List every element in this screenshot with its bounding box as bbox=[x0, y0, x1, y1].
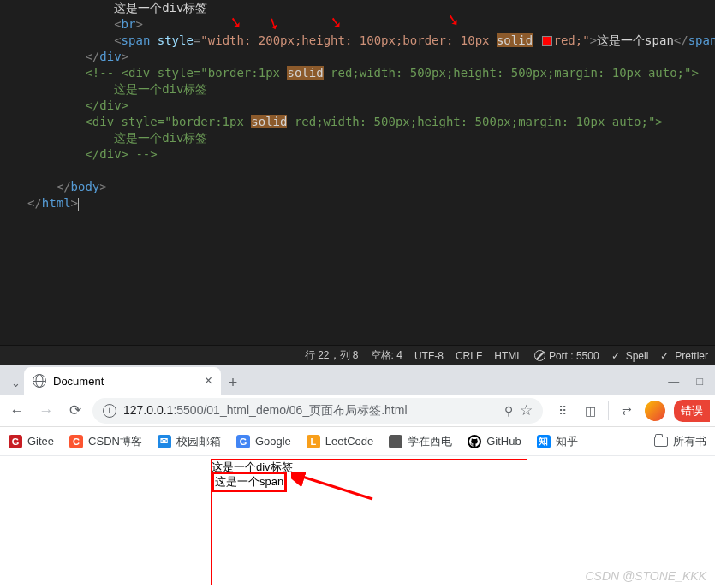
chevron-down-icon[interactable]: ⌄ bbox=[7, 371, 24, 395]
status-spell[interactable]: Spell bbox=[611, 350, 649, 362]
bookmark-item[interactable]: GGoogle bbox=[236, 435, 291, 448]
new-tab-button[interactable]: + bbox=[221, 371, 245, 395]
browser-tab[interactable]: Document × bbox=[24, 367, 221, 395]
reload-button[interactable]: ⟳ bbox=[63, 399, 87, 423]
demo-div-text: 这是一个div标签 bbox=[212, 460, 527, 472]
bookmark-star-icon[interactable]: ☆ bbox=[520, 401, 533, 419]
extension-icon[interactable]: ⇄ bbox=[617, 401, 636, 420]
code-editor[interactable]: 这是一个div标签 <br> <span style="width: 200px… bbox=[0, 0, 715, 345]
bookmarks-bar: GGiteeCCSDN博客✉校园邮箱GGoogleLLeetCode学在西电Gi… bbox=[0, 427, 715, 456]
bookmark-label: 学在西电 bbox=[408, 434, 452, 449]
bookmark-label: Gitee bbox=[27, 435, 54, 448]
status-language[interactable]: HTML bbox=[494, 350, 522, 362]
extension-icon[interactable]: ◫ bbox=[581, 401, 599, 420]
bookmark-favicon: C bbox=[69, 435, 83, 448]
bookmark-item[interactable]: LLeetCode bbox=[307, 435, 373, 448]
bookmark-favicon: G bbox=[236, 435, 250, 448]
divider bbox=[608, 401, 609, 420]
status-eol[interactable]: CRLF bbox=[456, 350, 482, 362]
bookmark-label: GitHub bbox=[486, 435, 521, 448]
code-area[interactable]: 这是一个div标签 <br> <span style="width: 200px… bbox=[27, 0, 715, 211]
status-prettier[interactable]: Prettier bbox=[660, 350, 708, 362]
tab-bar: ⌄ Document × + — □ bbox=[0, 365, 715, 395]
status-bar: 行 22，列 8 空格: 4 UTF-8 CRLF HTML Port : 55… bbox=[0, 345, 715, 365]
folder-icon bbox=[654, 437, 668, 447]
window-controls: — □ bbox=[668, 375, 715, 395]
back-button[interactable]: ← bbox=[5, 399, 29, 423]
bookmark-favicon: ✉ bbox=[158, 435, 171, 448]
all-bookmarks-label: 所有书 bbox=[673, 434, 706, 449]
bookmark-label: 知乎 bbox=[556, 434, 578, 449]
status-line-col[interactable]: 行 22，列 8 bbox=[305, 348, 359, 363]
bookmark-label: 校园邮箱 bbox=[176, 434, 221, 449]
all-bookmarks-button[interactable]: 所有书 bbox=[654, 434, 706, 449]
annotation-arrow-large bbox=[291, 472, 377, 506]
no-icon bbox=[534, 350, 545, 361]
nav-toolbar: ← → ⟳ i 127.0.0.1:5500/01_html_demo/06_页… bbox=[0, 395, 715, 427]
search-icon[interactable]: ⚲ bbox=[504, 404, 513, 418]
extensions-area: ⠿ ◫ ⇄ 错误 bbox=[548, 400, 710, 422]
bookmark-label: CSDN博客 bbox=[88, 434, 142, 449]
bookmark-label: Google bbox=[255, 435, 291, 448]
tab-title: Document bbox=[53, 375, 104, 388]
profile-avatar[interactable] bbox=[645, 401, 665, 421]
divider bbox=[635, 433, 635, 450]
bookmark-favicon bbox=[389, 435, 402, 448]
status-spaces[interactable]: 空格: 4 bbox=[371, 348, 402, 363]
maximize-icon[interactable]: □ bbox=[696, 375, 703, 388]
page-content: 这是一个div标签 这是一个span bbox=[0, 456, 715, 586]
bookmark-item[interactable]: ✉校园邮箱 bbox=[158, 434, 221, 449]
bookmark-item[interactable]: GitHub bbox=[468, 435, 521, 448]
bookmark-item[interactable]: GGitee bbox=[9, 435, 54, 448]
status-port[interactable]: Port : 5500 bbox=[534, 350, 599, 362]
bookmark-item[interactable]: CCSDN博客 bbox=[69, 434, 142, 449]
status-encoding[interactable]: UTF-8 bbox=[414, 350, 444, 362]
address-bar[interactable]: i 127.0.0.1:5500/01_html_demo/06_页面布局标签.… bbox=[92, 398, 543, 424]
forward-button[interactable]: → bbox=[34, 399, 58, 423]
error-badge[interactable]: 错误 bbox=[674, 400, 710, 422]
site-info-icon[interactable]: i bbox=[103, 404, 116, 418]
svg-line-1 bbox=[300, 476, 372, 499]
watermark: CSDN @STONE_KKK bbox=[585, 569, 706, 583]
url-text: 127.0.0.1:5500/01_html_demo/06_页面布局标签.ht… bbox=[123, 403, 408, 419]
bookmark-favicon bbox=[468, 435, 481, 448]
minimize-icon[interactable]: — bbox=[668, 375, 679, 388]
browser-window: ⌄ Document × + — □ ← → ⟳ i 127.0.0.1:550… bbox=[0, 365, 715, 588]
bookmark-favicon: L bbox=[307, 435, 320, 448]
bookmark-item[interactable]: 知知乎 bbox=[537, 434, 578, 449]
close-tab-icon[interactable]: × bbox=[205, 373, 212, 389]
translate-icon[interactable]: ⠿ bbox=[553, 401, 572, 420]
bookmark-favicon: G bbox=[9, 435, 22, 448]
globe-icon bbox=[33, 374, 46, 388]
demo-span: 这是一个span bbox=[212, 472, 287, 492]
bookmark-item[interactable]: 学在西电 bbox=[389, 434, 452, 449]
bookmark-label: LeetCode bbox=[325, 435, 373, 448]
bookmark-favicon: 知 bbox=[537, 435, 551, 448]
